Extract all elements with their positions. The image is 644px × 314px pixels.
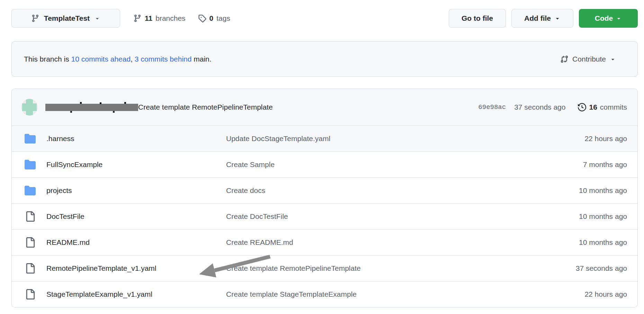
- file-row[interactable]: FullSyncExample Create Sample 7 months a…: [12, 151, 637, 177]
- repo-toolbar: TemplateTest 11 branches 0 tags Go to fi…: [11, 9, 638, 28]
- go-to-file-label: Go to file: [462, 14, 493, 22]
- commit-count: 16: [589, 103, 597, 111]
- file-name-link[interactable]: projects: [46, 186, 226, 195]
- file-row[interactable]: .harness Update DocStageTemplate.yaml 22…: [12, 126, 637, 151]
- branch-status-separator: ,: [131, 55, 135, 63]
- file-commit-time[interactable]: 37 seconds ago: [576, 264, 627, 273]
- code-label: Code: [595, 14, 613, 22]
- branch-status-suffix: main.: [191, 55, 211, 63]
- chevron-down-icon: [610, 56, 616, 62]
- file-name-link[interactable]: DocTestFile: [46, 212, 226, 221]
- chevron-down-icon: [616, 15, 622, 21]
- file-commit-message-link[interactable]: Create Sample: [226, 160, 583, 169]
- file-name-link[interactable]: README.md: [46, 238, 226, 247]
- contribute-button[interactable]: Contribute: [558, 55, 618, 64]
- commit-count-label: commits: [600, 103, 627, 111]
- go-to-file-button[interactable]: Go to file: [449, 9, 506, 28]
- current-branch-label: TemplateTest: [44, 14, 90, 22]
- branch-status-text: This branch is 10 commits ahead, 3 commi…: [24, 55, 212, 63]
- avatar-pattern: [22, 103, 37, 111]
- repo-actions: Go to file Add file Code: [449, 9, 638, 28]
- file-commit-message-link[interactable]: Create docs: [226, 186, 579, 195]
- commit-message-link[interactable]: Create template RemotePipelineTemplate: [138, 103, 273, 111]
- folder-icon: [25, 133, 36, 144]
- file-row[interactable]: projects Create docs 10 months ago: [12, 177, 637, 203]
- branches-count: 11: [145, 14, 152, 22]
- contribute-label: Contribute: [572, 55, 606, 63]
- commits-ahead-link[interactable]: 10 commits ahead: [71, 55, 131, 63]
- file-commit-time[interactable]: 10 months ago: [579, 212, 627, 221]
- commits-behind-link[interactable]: 3 commits behind: [135, 55, 192, 63]
- file-row[interactable]: StageTemplateExample_v1.yaml Create temp…: [12, 281, 637, 307]
- commit-time: 37 seconds ago: [514, 103, 565, 111]
- tag-icon: [198, 14, 206, 22]
- branch-selector-button[interactable]: TemplateTest: [11, 9, 120, 28]
- file-icon: [25, 263, 36, 274]
- branches-link[interactable]: 11 branches: [133, 14, 186, 22]
- tags-count: 0: [209, 14, 214, 22]
- file-name-link[interactable]: StageTemplateExample_v1.yaml: [46, 290, 226, 298]
- branch-status-prefix: This branch is: [24, 55, 71, 63]
- tags-label: tags: [216, 14, 230, 22]
- chevron-down-icon: [554, 15, 561, 21]
- file-row[interactable]: DocTestFile Create DocTestFile 10 months…: [12, 203, 637, 229]
- commit-history-link[interactable]: 16 commits: [578, 103, 627, 111]
- file-commit-message-link[interactable]: Create template RemotePipelineTemplate: [226, 264, 576, 273]
- file-commit-message-link[interactable]: Create README.md: [226, 238, 579, 247]
- folder-icon: [25, 185, 36, 196]
- add-file-label: Add file: [524, 14, 551, 22]
- branches-label: branches: [155, 14, 185, 22]
- file-icon: [25, 211, 36, 222]
- file-name-link[interactable]: RemotePipelineTemplate_v1.yaml: [46, 264, 226, 273]
- file-commit-time[interactable]: 22 hours ago: [584, 135, 627, 143]
- redacted-username: [45, 104, 138, 111]
- file-browser: Create template RemotePipelineTemplate 6…: [11, 89, 638, 307]
- file-name-link[interactable]: .harness: [46, 135, 226, 143]
- commit-meta: 69e98ac 37 seconds ago 16 commits: [478, 103, 627, 111]
- file-name-link[interactable]: FullSyncExample: [46, 160, 226, 169]
- repo-counters: 11 branches 0 tags: [133, 14, 230, 22]
- file-commit-message-link[interactable]: Create DocTestFile: [226, 212, 579, 221]
- file-row[interactable]: RemotePipelineTemplate_v1.yaml Create te…: [12, 255, 637, 281]
- git-branch-icon: [31, 14, 39, 22]
- file-icon: [25, 289, 36, 299]
- avatar[interactable]: [21, 99, 38, 116]
- file-commit-message-link[interactable]: Create template StageTemplateExample: [226, 290, 584, 298]
- tags-link[interactable]: 0 tags: [198, 14, 230, 22]
- file-commit-message-link[interactable]: Update DocStageTemplate.yaml: [226, 135, 584, 143]
- file-list: .harness Update DocStageTemplate.yaml 22…: [12, 126, 637, 307]
- file-commit-time[interactable]: 10 months ago: [579, 186, 627, 195]
- branch-status-banner: This branch is 10 commits ahead, 3 commi…: [11, 41, 638, 77]
- latest-commit-header: Create template RemotePipelineTemplate 6…: [12, 89, 637, 126]
- git-branch-icon: [133, 14, 142, 22]
- folder-icon: [25, 159, 36, 170]
- github-repo-page: TemplateTest 11 branches 0 tags Go to fi…: [0, 9, 644, 307]
- file-icon: [25, 237, 36, 248]
- file-commit-time[interactable]: 22 hours ago: [584, 290, 627, 298]
- chevron-down-icon: [94, 15, 100, 21]
- commit-hash-link[interactable]: 69e98ac: [478, 103, 506, 111]
- file-commit-time[interactable]: 10 months ago: [579, 238, 627, 247]
- history-icon: [578, 103, 586, 111]
- file-row[interactable]: README.md Create README.md 10 months ago: [12, 229, 637, 255]
- file-commit-time[interactable]: 7 months ago: [583, 160, 627, 169]
- git-compare-icon: [560, 55, 569, 63]
- add-file-button[interactable]: Add file: [511, 9, 573, 28]
- code-button[interactable]: Code: [579, 9, 638, 28]
